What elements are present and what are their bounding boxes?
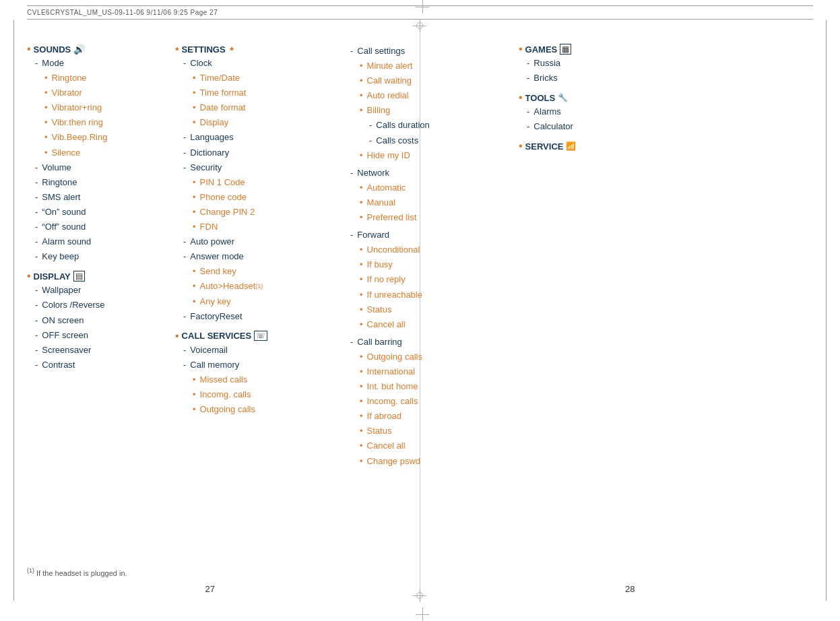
display-bullet: • xyxy=(27,271,31,282)
settings-icon: ✦ xyxy=(228,44,235,54)
settings-time-date: Time/Date xyxy=(193,71,330,86)
service-section: • SERVICE 📶 xyxy=(519,141,647,152)
tools-title: TOOLS xyxy=(525,93,556,103)
cs-call-memory: Call memory xyxy=(183,358,330,372)
tools-calculator: Calculator xyxy=(527,119,647,134)
cs-hide-my-id: Hide my ID xyxy=(360,148,512,163)
games-bullet: • xyxy=(519,44,523,55)
sounds-ringtone: Ringtone xyxy=(44,71,168,86)
settings-change-pin2: Change PIN 2 xyxy=(193,205,330,220)
crosshair-page-top xyxy=(416,0,429,13)
sounds-header: • SOUNDS 🔊 xyxy=(27,44,168,55)
display-off-screen: OFF screen xyxy=(35,328,168,343)
cs-incomg-calls: Incomg. calls xyxy=(193,387,330,402)
settings-fdn: FDN xyxy=(193,220,330,234)
net-automatic: Automatic xyxy=(360,181,512,195)
sounds-key-beep: Key beep xyxy=(35,249,168,264)
page-numbers: 27 28 xyxy=(0,584,840,594)
sounds-alarm-sound: Alarm sound xyxy=(35,234,168,249)
sounds-bullet: • xyxy=(27,44,31,55)
forward-section: Forward Unconditional If busy If no repl… xyxy=(350,228,512,332)
settings-languages: Languages xyxy=(183,130,330,145)
sounds-vibr-then-ring: Vibr.then ring xyxy=(44,115,168,130)
footnote-text: If the headset is plugged in. xyxy=(36,569,127,577)
games-title: GAMES xyxy=(525,44,558,55)
sounds-ringtone2: Ringtone xyxy=(35,175,168,190)
page-number-right: 28 xyxy=(625,584,635,594)
cs-auto-redial: Auto redial xyxy=(360,88,512,103)
cb-international: International xyxy=(360,364,512,379)
tools-section: • TOOLS 🔧 Alarms Calculator xyxy=(519,92,647,134)
settings-dictionary: Dictionary xyxy=(183,145,330,160)
settings-auto-power: Auto power xyxy=(183,234,330,249)
cb-status: Status xyxy=(360,424,512,438)
column-1: • SOUNDS 🔊 Mode Ringtone Vibrator Vibrat… xyxy=(27,44,175,471)
sounds-on-sound: “On” sound xyxy=(35,205,168,220)
sounds-vibrator-ring: Vibrator+ring xyxy=(44,100,168,115)
sounds-off-sound: “Off” sound xyxy=(35,220,168,234)
games-header: • GAMES ▦ xyxy=(519,44,647,55)
call-services-section: • CALL SERVICES ☏ Voicemail Call memory … xyxy=(175,331,330,417)
net-manual: Manual xyxy=(360,195,512,210)
fwd-if-busy: If busy xyxy=(360,257,512,272)
tools-bullet: • xyxy=(519,92,523,103)
tools-icon: 🔧 xyxy=(558,93,568,102)
sounds-title: SOUNDS xyxy=(34,44,71,55)
settings-send-key: Send key xyxy=(193,264,330,279)
settings-security: Security xyxy=(183,160,330,175)
fwd-status: Status xyxy=(360,302,512,317)
tools-header: • TOOLS 🔧 xyxy=(519,92,647,103)
left-border xyxy=(13,20,14,601)
settings-date-format: Date format xyxy=(193,100,330,115)
games-russia: Russia xyxy=(527,56,647,71)
tools-alarms: Alarms xyxy=(527,104,647,119)
cs-call-waiting: Call waiting xyxy=(360,73,512,88)
cs-outgoing-calls: Outgoing calls xyxy=(193,402,330,417)
sounds-volume: Volume xyxy=(35,160,168,175)
crosshair-page-bottom xyxy=(416,608,429,621)
cs-calls-duration: Calls duration xyxy=(369,118,512,133)
call-barring-section: Call barring Outgoing calls Internationa… xyxy=(350,335,512,469)
forward-header: Forward xyxy=(350,228,512,242)
settings-answer-mode: Answer mode xyxy=(183,249,330,264)
sounds-vibrator: Vibrator xyxy=(44,86,168,100)
settings-auto-headset: Auto>Headset(1) xyxy=(193,279,330,294)
network-header: Network xyxy=(350,166,512,181)
display-contrast: Contrast xyxy=(35,358,168,372)
headset-superscript: (1) xyxy=(255,282,263,292)
cs-voicemail: Voicemail xyxy=(183,343,330,358)
sounds-icon: 🔊 xyxy=(73,44,85,55)
service-icon: 📶 xyxy=(566,141,576,151)
header-text: CVLE6CRYSTAL_UM_US-09-11-06 9/11/06 9:25… xyxy=(27,9,218,16)
fwd-cancel-all: Cancel all xyxy=(360,317,512,332)
display-section: • DISPLAY ▤ Wallpaper Colors /Reverse ON… xyxy=(27,271,168,372)
games-icon: ▦ xyxy=(560,44,571,55)
call-settings-section: Call settings Minute alert Call waiting … xyxy=(350,44,512,163)
cs-billing: Billing xyxy=(360,103,512,118)
call-barring-header: Call barring xyxy=(350,335,512,350)
cb-if-abroad: If abroad xyxy=(360,409,512,424)
cs-minute-alert: Minute alert xyxy=(360,59,512,73)
call-settings-header: Call settings xyxy=(350,44,512,59)
service-header: • SERVICE 📶 xyxy=(519,141,647,152)
display-icon: ▤ xyxy=(73,271,85,282)
games-bricks: Bricks xyxy=(527,71,647,86)
network-section: Network Automatic Manual Preferred list xyxy=(350,166,512,225)
service-bullet: • xyxy=(519,141,523,152)
display-colors: Colors /Reverse xyxy=(35,298,168,313)
display-on-screen: ON screen xyxy=(35,313,168,328)
service-title: SERVICE xyxy=(525,141,564,152)
games-section: • GAMES ▦ Russia Bricks xyxy=(519,44,647,86)
settings-section: • SETTINGS ✦ Clock Time/Date Time format… xyxy=(175,44,330,324)
sounds-sms-alert: SMS alert xyxy=(35,190,168,205)
settings-bullet: • xyxy=(175,44,179,55)
column-2: • SETTINGS ✦ Clock Time/Date Time format… xyxy=(175,44,337,471)
sounds-mode: Mode xyxy=(35,56,168,71)
settings-display: Display xyxy=(193,115,330,130)
sounds-vib-beep-ring: Vib.Beep.Ring xyxy=(44,130,168,145)
footnote-superscript: (1) xyxy=(27,567,34,574)
cs-calls-costs: Calls costs xyxy=(369,133,512,148)
settings-title: SETTINGS xyxy=(182,44,226,55)
column-4: • GAMES ▦ Russia Bricks • TOOLS 🔧 Alarms… xyxy=(519,44,653,471)
sounds-silence: Silence xyxy=(44,145,168,160)
